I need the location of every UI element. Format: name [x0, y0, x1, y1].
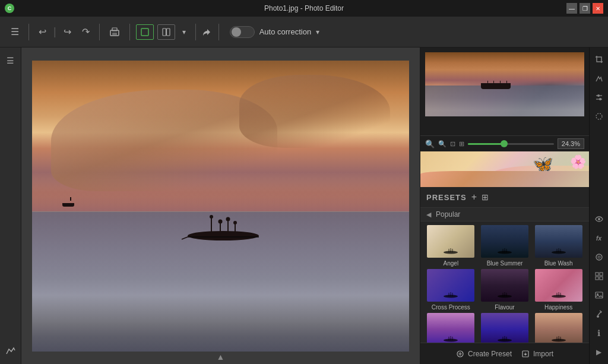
- minimize-button[interactable]: —: [566, 3, 577, 14]
- zoom-in-icon[interactable]: 🔍: [438, 140, 446, 148]
- preset-item-nashville[interactable]: Nashville: [533, 313, 584, 343]
- zoom-slider[interactable]: [468, 143, 554, 145]
- preset-thumb-2: [535, 225, 582, 258]
- redo-alt-button[interactable]: ↪: [60, 24, 75, 40]
- preset-item-angel[interactable]: Angel: [425, 225, 477, 267]
- eye-tool-button[interactable]: [592, 212, 606, 226]
- presets-add-button[interactable]: +: [471, 192, 477, 202]
- preset-item-cross-process[interactable]: Cross Process: [425, 269, 477, 311]
- svg-rect-76: [600, 273, 603, 276]
- photo-canvas: [32, 61, 409, 352]
- banner-area: 🦋 🌸: [420, 151, 589, 187]
- grid-tool-button[interactable]: [592, 269, 606, 283]
- zoom-fit-icon[interactable]: ⊡: [450, 140, 455, 148]
- auto-correction-arrow[interactable]: ▾: [316, 28, 319, 36]
- preset-item-blue-summer[interactable]: Blue Summer: [479, 225, 531, 267]
- preset-thumb-6: [427, 313, 474, 343]
- window-controls: — ❐ ✕: [566, 3, 603, 14]
- maximize-button[interactable]: ❐: [580, 3, 590, 14]
- svg-rect-77: [596, 277, 598, 280]
- app-icon: C: [5, 4, 14, 13]
- presets-label: PRESETS: [426, 193, 467, 202]
- zoom-value[interactable]: 24.3%: [558, 138, 584, 149]
- preset-thumb-0: [427, 225, 474, 258]
- preset-item-holiday[interactable]: Holiday: [425, 313, 477, 343]
- preset-thumb-3: [427, 269, 474, 302]
- divider-2: [99, 24, 100, 40]
- zoom-out-icon[interactable]: 🔍: [425, 140, 435, 148]
- divider-1: [28, 24, 29, 40]
- thumbnail-area: [420, 48, 589, 135]
- svg-rect-5: [166, 29, 170, 36]
- svg-point-72: [598, 218, 600, 220]
- canvas-area: ▲: [21, 48, 420, 364]
- preset-thumb-1: [481, 225, 528, 258]
- print-button[interactable]: [106, 24, 124, 40]
- menu-hamburger-button[interactable]: ☰: [7, 24, 23, 40]
- divider-undo: |: [53, 26, 56, 38]
- image-tool-button[interactable]: [592, 288, 606, 302]
- left-sidebar: ☰: [0, 48, 21, 364]
- window-title: Photo1.jpg - Photo Editor: [264, 4, 344, 12]
- popular-section-header[interactable]: ◀ Popular: [420, 207, 589, 221]
- info-tool-button[interactable]: ℹ: [592, 326, 606, 340]
- preset-item-flavour[interactable]: Flavour: [479, 269, 531, 311]
- expand-right-button[interactable]: ▶: [592, 345, 606, 359]
- zoom-controls: 🔍 🔍 ⊡ ⊞ 24.3%: [420, 135, 589, 151]
- svg-point-70: [599, 98, 601, 100]
- title-bar: C Photo1.jpg - Photo Editor — ❐ ✕: [0, 0, 608, 17]
- circle-tool-button[interactable]: [592, 250, 606, 264]
- selection-tool-button[interactable]: [592, 109, 606, 124]
- popular-section-title: Popular: [436, 210, 460, 219]
- undo-button[interactable]: ↩: [35, 24, 50, 40]
- divider-4: [195, 24, 196, 40]
- zoom-reset-icon[interactable]: ⊞: [459, 140, 464, 148]
- divider-5: [218, 24, 219, 40]
- preset-thumb-4: [481, 269, 528, 302]
- preset-thumb-7: [481, 313, 528, 343]
- presets-header: PRESETS + ⊞: [420, 187, 589, 207]
- svg-rect-1: [112, 33, 117, 35]
- histogram-button[interactable]: [2, 343, 19, 359]
- svg-rect-3: [141, 29, 148, 36]
- toolbar: ☰ ↩ | ↪ ↷ ▾ Auto correction ▾: [0, 17, 608, 48]
- split-view-button[interactable]: [157, 24, 175, 40]
- import-button[interactable]: Import: [521, 350, 553, 358]
- preset-name-2: Blue Wash: [544, 260, 573, 267]
- svg-point-74: [598, 256, 600, 258]
- single-view-button[interactable]: [136, 24, 154, 40]
- collapse-arrow-icon: ◀: [426, 211, 431, 219]
- close-button[interactable]: ✕: [593, 3, 603, 14]
- share-button[interactable]: [202, 27, 213, 37]
- preset-name-1: Blue Summer: [487, 260, 523, 267]
- redo-button[interactable]: ↷: [78, 24, 93, 40]
- view-options-button[interactable]: ▾: [179, 26, 189, 39]
- preset-name-4: Flavour: [495, 304, 514, 311]
- preset-item-instant[interactable]: Instant: [479, 313, 531, 343]
- svg-point-73: [596, 254, 602, 260]
- right-panel: 🔍 🔍 ⊡ ⊞ 24.3% 🦋 🌸 PRESETS: [420, 48, 589, 364]
- preset-name-3: Cross Process: [432, 304, 470, 311]
- auto-correction-switch[interactable]: [230, 26, 255, 38]
- fx-tool-button[interactable]: fx: [592, 231, 606, 245]
- preset-thumb-8: [535, 313, 582, 343]
- svg-point-71: [596, 113, 602, 119]
- right-icons-panel: fx ℹ ▶: [589, 48, 608, 364]
- bottom-collapse-arrow[interactable]: ▲: [217, 352, 225, 362]
- zoom-slider-thumb: [501, 140, 508, 147]
- paint-tool-button[interactable]: [592, 307, 606, 321]
- create-preset-button[interactable]: Create Preset: [456, 350, 512, 358]
- enhance-tool-button[interactable]: [592, 71, 606, 86]
- crop-tool-button[interactable]: [592, 52, 606, 67]
- divider-3: [129, 24, 130, 40]
- auto-correction-label: Auto correction: [259, 27, 311, 36]
- hamburger-left-button[interactable]: ☰: [2, 52, 19, 69]
- preset-item-happiness[interactable]: Happiness: [533, 269, 584, 311]
- svg-point-14: [233, 221, 237, 224]
- adjust-tool-button[interactable]: [592, 90, 606, 105]
- preset-item-blue-wash[interactable]: Blue Wash: [533, 225, 584, 267]
- svg-rect-79: [596, 292, 603, 298]
- zoom-slider-fill: [468, 143, 502, 145]
- presets-view-button[interactable]: ⊞: [482, 192, 489, 202]
- svg-point-11: [210, 215, 213, 219]
